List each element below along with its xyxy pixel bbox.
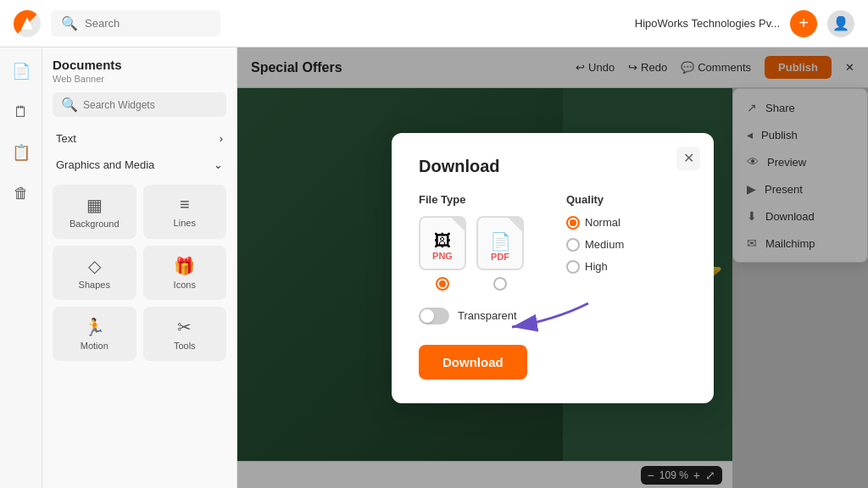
quality-normal-row[interactable]: Normal xyxy=(566,216,687,230)
pdf-corner xyxy=(509,218,522,231)
text-section-label: Text xyxy=(56,132,76,145)
widget-tools[interactable]: ✂ Tools xyxy=(143,307,227,361)
logo-triangle xyxy=(21,18,33,30)
quality-high-radio[interactable] xyxy=(566,260,580,274)
download-button[interactable]: Download xyxy=(419,345,527,380)
layers-icon[interactable]: 📋 xyxy=(8,139,35,166)
transparent-row: Transparent xyxy=(419,308,687,324)
lines-icon: ≡ xyxy=(180,195,190,214)
search-input[interactable] xyxy=(85,17,203,30)
quality-high-label: High xyxy=(585,260,608,273)
widget-search-icon: 🔍 xyxy=(61,97,78,113)
sidebar-item-text[interactable]: Text › xyxy=(53,125,226,152)
icon-rail: 📄 🗒 📋 🗑 xyxy=(0,47,42,488)
icons-label: Icons xyxy=(174,280,196,290)
quality-medium-row[interactable]: Medium xyxy=(566,238,687,252)
main-layout: 📄 🗒 📋 🗑 Documents Web Banner 🔍 Text › Gr… xyxy=(0,47,868,488)
graphics-chevron-icon: ⌄ xyxy=(214,158,223,171)
quality-normal-dot xyxy=(570,219,576,226)
shapes-label: Shapes xyxy=(79,280,110,290)
widget-search: 🔍 xyxy=(53,92,226,117)
tools-label: Tools xyxy=(174,341,196,351)
modal-overlay: Download ✕ File Type 🖼 PNG xyxy=(237,47,868,488)
motion-label: Motion xyxy=(81,341,108,351)
new-item-button[interactable]: + xyxy=(790,10,817,37)
widget-icons[interactable]: 🎁 Icons xyxy=(143,246,227,300)
widget-search-input[interactable] xyxy=(83,99,218,111)
quality-normal-label: Normal xyxy=(585,216,620,229)
file-type-label: File Type xyxy=(419,193,539,206)
user-avatar-button[interactable]: 👤 xyxy=(827,10,854,37)
sidebar-subtitle: Web Banner xyxy=(53,74,226,84)
file-types: 🖼 PNG 📄 xyxy=(419,216,539,291)
sidebar-item-graphics[interactable]: Graphics and Media ⌄ xyxy=(53,152,226,178)
canvas-area: Special Offers ↩ Undo ↪ Redo 💬 Comments … xyxy=(237,47,868,488)
lines-label: Lines xyxy=(174,218,196,228)
widget-grid: ▦ Background ≡ Lines ◇ Shapes 🎁 Icons 🏃 … xyxy=(53,185,226,361)
widget-motion[interactable]: 🏃 Motion xyxy=(53,307,136,361)
topbar-right: HipoWorks Technologies Pv... + 👤 xyxy=(635,10,854,37)
png-image-symbol: 🖼 xyxy=(434,231,451,251)
png-label: PNG xyxy=(432,251,453,261)
pdf-icon: 📄 PDF xyxy=(476,216,524,270)
graphics-section-label: Graphics and Media xyxy=(56,158,154,171)
png-radio[interactable] xyxy=(436,277,449,291)
trash-icon[interactable]: 🗑 xyxy=(8,180,35,207)
pdf-file-type[interactable]: 📄 PDF xyxy=(476,216,524,291)
widget-shapes[interactable]: ◇ Shapes xyxy=(53,246,136,300)
shapes-icon: ◇ xyxy=(88,256,101,276)
png-radio-dot xyxy=(439,280,446,287)
png-icon: 🖼 PNG xyxy=(419,216,466,270)
motion-icon: 🏃 xyxy=(84,317,105,337)
search-bar: 🔍 xyxy=(51,10,220,36)
download-modal: Download ✕ File Type 🖼 PNG xyxy=(392,133,714,403)
modal-close-button[interactable]: ✕ xyxy=(676,147,700,170)
background-icon: ▦ xyxy=(86,195,103,215)
pages-icon[interactable]: 🗒 xyxy=(8,98,35,125)
sidebar: Documents Web Banner 🔍 Text › Graphics a… xyxy=(42,47,237,488)
topbar: 🔍 HipoWorks Technologies Pv... + 👤 xyxy=(0,0,868,47)
app-logo xyxy=(14,10,41,37)
widget-lines[interactable]: ≡ Lines xyxy=(143,185,227,239)
background-label: Background xyxy=(70,219,120,229)
search-icon: 🔍 xyxy=(61,15,78,31)
transparent-label: Transparent xyxy=(458,309,517,322)
toggle-thumb xyxy=(420,309,434,323)
modal-body: File Type 🖼 PNG xyxy=(419,193,687,291)
pdf-label: PDF xyxy=(491,252,509,262)
png-corner xyxy=(451,218,465,231)
company-name: HipoWorks Technologies Pv... xyxy=(635,17,780,30)
tools-icon: ✂ xyxy=(177,317,192,337)
sidebar-title: Documents xyxy=(53,58,226,72)
download-section: Download xyxy=(419,345,687,380)
pdf-radio[interactable] xyxy=(493,277,507,291)
quality-normal-radio[interactable] xyxy=(566,216,580,230)
documents-icon[interactable]: 📄 xyxy=(8,58,35,85)
file-type-section: File Type 🖼 PNG xyxy=(419,193,539,291)
quality-section: Quality Normal Medium xyxy=(566,193,687,291)
png-file-type[interactable]: 🖼 PNG xyxy=(419,216,466,291)
icons-icon: 🎁 xyxy=(174,256,195,276)
widget-background[interactable]: ▦ Background xyxy=(53,185,136,239)
transparent-toggle[interactable] xyxy=(419,308,449,324)
quality-label: Quality xyxy=(566,193,687,206)
text-arrow-icon: › xyxy=(220,132,223,145)
modal-title: Download xyxy=(419,157,687,176)
pdf-image-symbol: 📄 xyxy=(490,231,511,252)
quality-medium-radio[interactable] xyxy=(566,238,580,252)
quality-medium-label: Medium xyxy=(585,238,624,251)
quality-high-row[interactable]: High xyxy=(566,260,687,274)
